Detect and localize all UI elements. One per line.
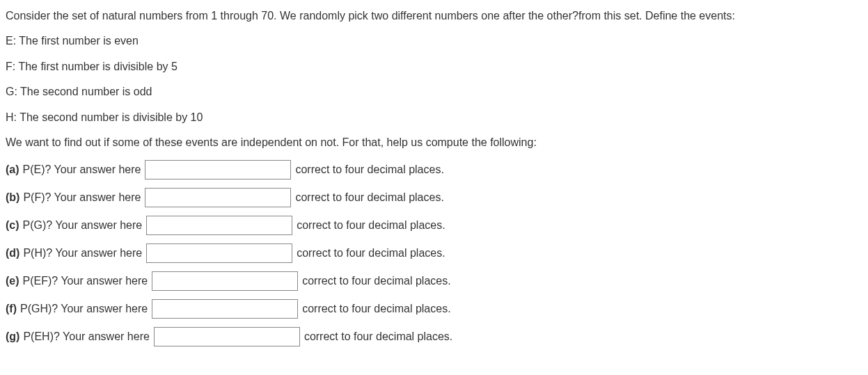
part-g-suffix: correct to four decimal places. bbox=[304, 329, 452, 344]
part-a-input[interactable] bbox=[145, 160, 291, 179]
part-e-question: P(EF)? Your answer here bbox=[23, 273, 148, 289]
part-f: (f)P(GH)? Your answer here correct to fo… bbox=[6, 299, 862, 319]
part-g-question: P(EH)? Your answer here bbox=[23, 329, 149, 344]
part-f-suffix: correct to four decimal places. bbox=[302, 301, 450, 317]
part-a: (a)P(E)? Your answer here correct to fou… bbox=[6, 160, 862, 179]
part-g-input[interactable] bbox=[154, 327, 300, 346]
part-f-question: P(GH)? Your answer here bbox=[20, 301, 148, 317]
part-c-question: P(G)? Your answer here bbox=[23, 218, 143, 233]
part-f-letter: (f) bbox=[6, 301, 17, 317]
part-b-letter: (b) bbox=[6, 190, 19, 205]
part-c: (c)P(G)? Your answer here correct to fou… bbox=[6, 216, 862, 235]
part-e: (e)P(EF)? Your answer here correct to fo… bbox=[6, 271, 862, 291]
part-a-letter: (a) bbox=[6, 162, 19, 177]
event-e-definition: E: The first number is even bbox=[6, 33, 862, 49]
part-g: (g)P(EH)? Your answer here correct to fo… bbox=[6, 327, 862, 346]
part-d: (d)P(H)? Your answer here correct to fou… bbox=[6, 244, 862, 263]
part-b-suffix: correct to four decimal places. bbox=[295, 190, 443, 205]
event-g-definition: G: The second number is odd bbox=[6, 84, 862, 99]
part-d-suffix: correct to four decimal places. bbox=[297, 246, 445, 261]
event-f-definition: F: The first number is divisible by 5 bbox=[6, 59, 862, 74]
part-d-question: P(H)? Your answer here bbox=[23, 246, 142, 261]
part-d-letter: (d) bbox=[6, 246, 19, 261]
part-a-question: P(E)? Your answer here bbox=[23, 162, 141, 177]
part-e-suffix: correct to four decimal places. bbox=[302, 273, 450, 289]
problem-intro: Consider the set of natural numbers from… bbox=[6, 8, 862, 24]
part-e-letter: (e) bbox=[6, 273, 19, 289]
part-c-letter: (c) bbox=[6, 218, 19, 233]
problem-prompt: We want to find out if some of these eve… bbox=[6, 135, 862, 150]
part-b-input[interactable] bbox=[145, 188, 291, 207]
part-a-suffix: correct to four decimal places. bbox=[295, 162, 443, 177]
part-c-suffix: correct to four decimal places. bbox=[297, 218, 445, 233]
part-b-question: P(F)? Your answer here bbox=[23, 190, 141, 205]
part-f-input[interactable] bbox=[152, 299, 298, 319]
part-d-input[interactable] bbox=[146, 244, 292, 263]
part-c-input[interactable] bbox=[146, 216, 292, 235]
part-b: (b)P(F)? Your answer here correct to fou… bbox=[6, 188, 862, 207]
part-e-input[interactable] bbox=[152, 271, 298, 291]
event-h-definition: H: The second number is divisible by 10 bbox=[6, 110, 862, 125]
part-g-letter: (g) bbox=[6, 329, 19, 344]
